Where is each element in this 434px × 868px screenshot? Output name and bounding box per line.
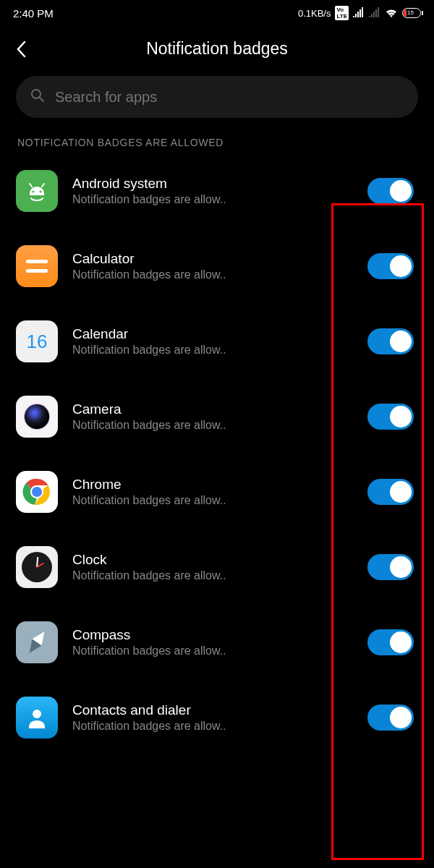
chrome-icon [16, 471, 58, 513]
signal2-icon [369, 7, 380, 20]
app-name: Android system [72, 176, 353, 192]
calculator-icon [16, 245, 58, 287]
app-text: Chrome Notification badges are allow.. [72, 477, 353, 507]
camera-icon [16, 396, 58, 438]
toggle-camera[interactable] [367, 404, 414, 430]
app-subtitle: Notification badges are allow.. [72, 193, 353, 206]
search-box[interactable] [16, 76, 418, 118]
section-header: NOTIFICATION BADGES ARE ALLOWED [0, 137, 434, 160]
app-text: Android system Notification badges are a… [72, 176, 353, 206]
app-name: Contacts and dialer [72, 702, 353, 718]
toggle-compass[interactable] [367, 629, 414, 655]
app-text: Camera Notification badges are allow.. [72, 401, 353, 432]
wifi-icon [385, 7, 398, 20]
volte-icon: VoLTE [335, 6, 349, 20]
app-name: Clock [72, 552, 353, 568]
app-subtitle: Notification badges are allow.. [72, 644, 353, 658]
svg-point-0 [32, 90, 41, 98]
compass-icon [16, 621, 58, 663]
calendar-icon: 16 [16, 320, 58, 362]
toggle-android-system[interactable] [367, 178, 414, 204]
calendar-day: 16 [27, 331, 48, 353]
contacts-icon [16, 697, 58, 739]
battery-text: 15 [407, 9, 414, 16]
app-row-calculator[interactable]: Calculator Notification badges are allow… [16, 235, 418, 297]
status-bar: 2:40 PM 0.1KB/s VoLTE 15 [0, 0, 434, 26]
app-name: Chrome [72, 477, 353, 493]
app-subtitle: Notification badges are allow.. [72, 569, 353, 582]
back-button[interactable] [16, 41, 36, 58]
svg-point-1 [33, 191, 35, 193]
app-text: Compass Notification badges are allow.. [72, 627, 353, 658]
app-name: Compass [72, 627, 353, 643]
android-icon [16, 170, 58, 212]
search-input[interactable] [55, 89, 404, 106]
app-row-calendar[interactable]: 16 Calendar Notification badges are allo… [16, 310, 418, 373]
svg-point-2 [40, 191, 42, 193]
toggle-chrome[interactable] [367, 479, 414, 505]
app-text: Clock Notification badges are allow.. [72, 552, 353, 582]
app-subtitle: Notification badges are allow.. [72, 419, 353, 432]
app-text: Contacts and dialer Notification badges … [72, 702, 353, 733]
status-time: 2:40 PM [13, 7, 54, 20]
svg-point-6 [33, 710, 41, 718]
app-subtitle: Notification badges are allow.. [72, 268, 353, 281]
app-row-clock[interactable]: Clock Notification badges are allow.. [16, 536, 418, 598]
app-row-camera[interactable]: Camera Notification badges are allow.. [16, 386, 418, 448]
app-row-compass[interactable]: Compass Notification badges are allow.. [16, 611, 418, 673]
page-title: Notification badges [36, 39, 418, 59]
battery-icon: 15 [402, 8, 421, 18]
status-right: 0.1KB/s VoLTE 15 [298, 6, 421, 20]
app-subtitle: Notification badges are allow.. [72, 344, 353, 357]
header: Notification badges [0, 26, 434, 76]
search-icon [30, 88, 45, 106]
toggle-clock[interactable] [367, 554, 414, 580]
clock-icon [16, 546, 58, 588]
app-name: Camera [72, 401, 353, 417]
app-text: Calculator Notification badges are allow… [72, 251, 353, 281]
app-name: Calendar [72, 326, 353, 342]
signal-icon [353, 7, 365, 20]
app-list: Android system Notification badges are a… [0, 160, 434, 749]
toggle-calculator[interactable] [367, 253, 414, 279]
app-text: Calendar Notification badges are allow.. [72, 326, 353, 357]
network-speed: 0.1KB/s [298, 8, 331, 19]
app-row-chrome[interactable]: Chrome Notification badges are allow.. [16, 461, 418, 523]
toggle-contacts[interactable] [367, 705, 414, 731]
app-row-contacts[interactable]: Contacts and dialer Notification badges … [16, 686, 418, 749]
toggle-calendar[interactable] [367, 328, 414, 354]
app-name: Calculator [72, 251, 353, 267]
app-subtitle: Notification badges are allow.. [72, 494, 353, 507]
app-subtitle: Notification badges are allow.. [72, 720, 353, 733]
app-row-android-system[interactable]: Android system Notification badges are a… [16, 160, 418, 222]
